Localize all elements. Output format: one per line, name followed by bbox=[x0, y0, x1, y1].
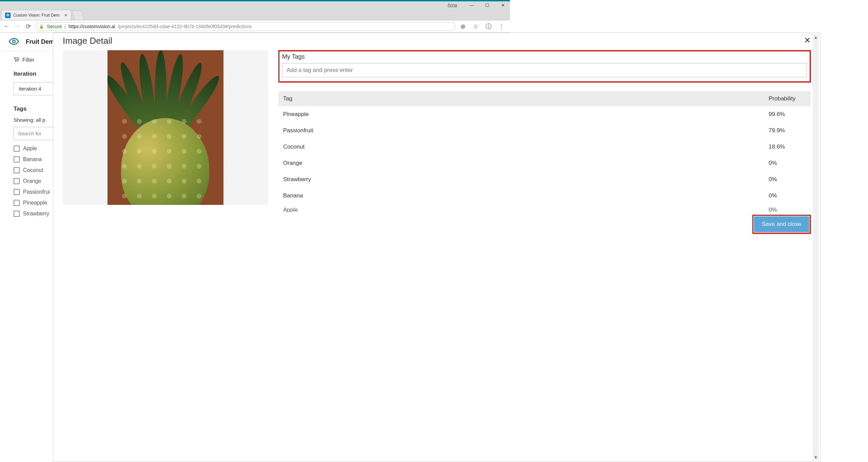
window-minimize-button[interactable]: — bbox=[467, 3, 476, 8]
nav-reload-icon[interactable]: ⟳ bbox=[24, 23, 32, 30]
os-username: Anna bbox=[448, 3, 457, 7]
tag-checkbox-label: Orange bbox=[23, 178, 41, 184]
add-tag-input[interactable] bbox=[282, 63, 510, 77]
nav-forward-icon[interactable]: → bbox=[14, 23, 21, 30]
svg-point-4 bbox=[18, 59, 19, 60]
svg-point-6 bbox=[15, 60, 16, 61]
table-row: Coconut18.6% bbox=[278, 139, 510, 155]
url-secure-label: Secure bbox=[47, 24, 62, 29]
checkbox-icon[interactable] bbox=[14, 146, 20, 152]
table-row: Passionfruit79.9% bbox=[278, 122, 510, 139]
address-bar[interactable]: 🔒 Secure | https://customvision.ai/proje… bbox=[35, 22, 456, 31]
zoom-icon[interactable]: ⊕ bbox=[459, 23, 467, 30]
tag-checkbox-label: Pineapple bbox=[23, 200, 47, 206]
prediction-tag: Banana bbox=[283, 192, 510, 199]
prediction-tag: Apple bbox=[283, 207, 510, 207]
tag-checkbox-label: Banana bbox=[23, 156, 42, 162]
checkbox-icon[interactable] bbox=[14, 211, 20, 217]
info-icon[interactable]: ⓘ bbox=[485, 22, 492, 31]
table-row: Orange0% bbox=[278, 155, 510, 171]
table-row: Banana0% bbox=[278, 188, 510, 204]
iteration-value: Iteration 4 bbox=[19, 86, 41, 92]
svg-point-0 bbox=[13, 40, 15, 43]
image-preview bbox=[63, 50, 268, 205]
prediction-tag: Orange bbox=[283, 160, 510, 167]
my-tags-section: My Tags bbox=[278, 50, 510, 82]
nav-back-icon[interactable]: ← bbox=[3, 23, 10, 30]
table-row: Pineapple99.6% bbox=[278, 106, 510, 122]
col-tag-header: Tag bbox=[283, 95, 510, 102]
checkbox-icon[interactable] bbox=[14, 200, 20, 206]
tag-checkbox-label: Passionfrui bbox=[23, 189, 50, 195]
url-host: https://customvision.ai bbox=[68, 24, 115, 29]
modal-title: Image Detail bbox=[63, 36, 112, 46]
url-separator: | bbox=[64, 24, 66, 29]
checkbox-icon[interactable] bbox=[14, 167, 20, 173]
tab-title: Custom Vision: Fruit Dem bbox=[13, 13, 59, 18]
tag-checkbox-label: Strawberry bbox=[23, 211, 49, 217]
table-row: Apple0% bbox=[278, 204, 510, 212]
star-icon[interactable]: ☆ bbox=[472, 23, 479, 30]
window-maximize-button[interactable]: ☐ bbox=[483, 3, 492, 8]
prediction-tag: Strawberry bbox=[283, 176, 510, 183]
browser-nav-bar: ← → ⟳ 🔒 Secure | https://customvision.ai… bbox=[0, 20, 510, 33]
tag-checkbox-label: Apple bbox=[23, 146, 37, 152]
image-detail-modal: Image Detail ✕ bbox=[53, 33, 510, 272]
checkbox-icon[interactable] bbox=[14, 178, 20, 184]
project-name[interactable]: Fruit Dem bbox=[26, 38, 54, 45]
prediction-tag: Coconut bbox=[283, 143, 510, 150]
table-row: Strawberry0% bbox=[278, 171, 510, 188]
prediction-tag: Passionfruit bbox=[283, 127, 510, 134]
browser-tab[interactable]: ⦿ Custom Vision: Fruit Dem ✕ bbox=[1, 10, 71, 20]
os-title-bar: Anna — ☐ ✕ bbox=[0, 1, 510, 9]
checkbox-icon[interactable] bbox=[14, 156, 20, 162]
checkbox-icon[interactable] bbox=[14, 189, 20, 195]
lock-icon: 🔒 bbox=[39, 24, 44, 29]
svg-point-2 bbox=[14, 57, 15, 58]
custom-vision-logo-icon bbox=[9, 36, 19, 48]
tab-close-icon[interactable]: ✕ bbox=[64, 13, 67, 18]
predictions-table: ▲ ▼ Tag Probability Pineapple99.6%Passio… bbox=[278, 91, 510, 212]
menu-icon[interactable]: ⋮ bbox=[498, 23, 505, 30]
prediction-tag: Pineapple bbox=[283, 111, 510, 118]
browser-actions: ⊕ ☆ ⓘ ⋮ bbox=[459, 22, 507, 31]
filter-label: Filter bbox=[22, 57, 35, 63]
filter-icon bbox=[14, 56, 20, 64]
new-tab-button[interactable] bbox=[72, 11, 84, 20]
url-path: /projects/ec4105dd-cdae-4132-9b7b-1940fe… bbox=[118, 24, 252, 29]
tag-checkbox-label: Coconut bbox=[23, 167, 43, 173]
table-header: Tag Probability bbox=[278, 91, 510, 106]
window-close-button[interactable]: ✕ bbox=[498, 3, 507, 8]
pineapple-image bbox=[107, 50, 223, 205]
browser-tab-bar: ⦿ Custom Vision: Fruit Dem ✕ bbox=[0, 9, 510, 20]
my-tags-label: My Tags bbox=[282, 53, 510, 60]
tab-favicon: ⦿ bbox=[5, 13, 11, 18]
